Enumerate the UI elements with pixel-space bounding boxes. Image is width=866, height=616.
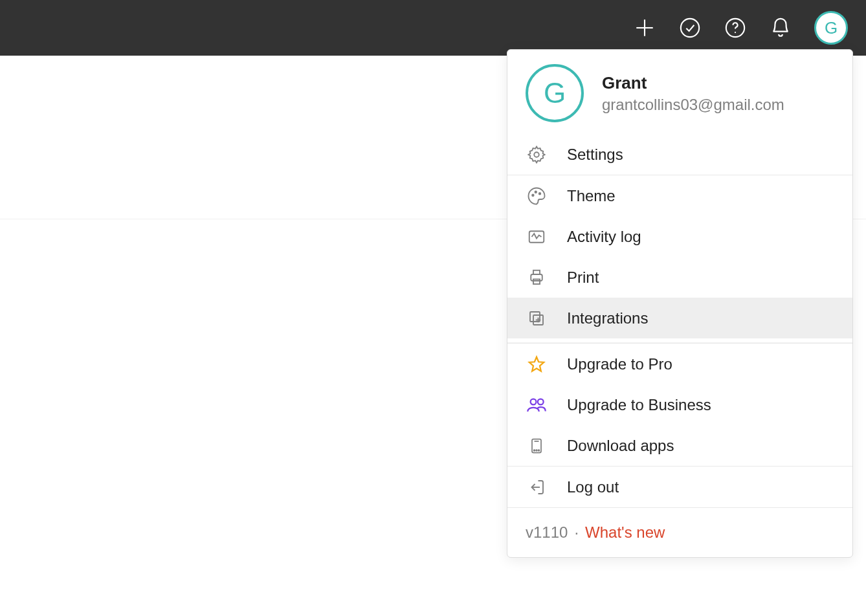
top-bar: G bbox=[0, 0, 866, 56]
menu-item-download-apps[interactable]: Download apps bbox=[507, 425, 852, 466]
user-email: grantcollins03@gmail.com bbox=[602, 96, 784, 114]
account-menu: G Grant grantcollins03@gmail.com Setting… bbox=[507, 49, 853, 558]
account-menu-header: G Grant grantcollins03@gmail.com bbox=[507, 50, 852, 134]
whats-new-link[interactable]: What's new bbox=[585, 523, 665, 542]
gear-icon bbox=[526, 144, 548, 166]
menu-item-theme[interactable]: Theme bbox=[507, 175, 852, 216]
svg-rect-12 bbox=[533, 279, 540, 284]
svg-point-7 bbox=[535, 191, 537, 193]
user-name: Grant bbox=[602, 73, 784, 93]
menu-item-upgrade-pro[interactable]: Upgrade to Pro bbox=[507, 344, 852, 384]
svg-point-5 bbox=[534, 152, 539, 157]
svg-point-19 bbox=[538, 399, 544, 404]
avatar-large-initial: G bbox=[544, 77, 566, 109]
menu-item-activity-log[interactable]: Activity log bbox=[507, 216, 852, 257]
svg-point-6 bbox=[532, 194, 534, 196]
menu-label: Download apps bbox=[567, 437, 674, 455]
menu-footer: v1110 · What's new bbox=[507, 508, 852, 557]
complete-button[interactable] bbox=[678, 16, 702, 39]
svg-rect-11 bbox=[533, 270, 540, 274]
star-icon bbox=[526, 353, 548, 375]
svg-point-8 bbox=[539, 193, 541, 195]
menu-item-logout[interactable]: Log out bbox=[507, 467, 852, 507]
menu-label: Log out bbox=[567, 478, 619, 496]
team-icon bbox=[526, 394, 548, 416]
menu-label: Theme bbox=[567, 187, 616, 205]
svg-point-2 bbox=[681, 19, 699, 37]
svg-point-22 bbox=[534, 450, 535, 451]
add-button[interactable] bbox=[633, 16, 656, 39]
activity-icon bbox=[526, 226, 548, 248]
svg-rect-10 bbox=[531, 274, 542, 281]
menu-label: Upgrade to Pro bbox=[567, 355, 672, 373]
menu-item-settings[interactable]: Settings bbox=[507, 134, 852, 175]
menu-label: Activity log bbox=[567, 228, 641, 246]
plus-icon bbox=[634, 17, 656, 39]
menu-item-upgrade-business[interactable]: Upgrade to Business bbox=[507, 384, 852, 425]
bell-icon bbox=[770, 17, 792, 39]
svg-point-18 bbox=[531, 399, 537, 404]
avatar-initial: G bbox=[825, 18, 838, 38]
separator: · bbox=[574, 523, 579, 542]
version-label: v1110 bbox=[526, 523, 568, 542]
menu-label: Upgrade to Business bbox=[567, 396, 711, 414]
avatar-button[interactable]: G bbox=[814, 11, 848, 45]
menu-item-print[interactable]: Print bbox=[507, 257, 852, 298]
menu-label: Integrations bbox=[567, 309, 648, 327]
svg-point-24 bbox=[538, 450, 540, 451]
print-icon bbox=[526, 267, 548, 289]
svg-rect-9 bbox=[529, 231, 544, 243]
menu-label: Print bbox=[567, 269, 599, 287]
device-icon bbox=[526, 435, 548, 457]
content-area: G Grant grantcollins03@gmail.com Setting… bbox=[0, 56, 866, 616]
help-icon bbox=[724, 17, 746, 39]
menu-item-integrations[interactable]: Integrations bbox=[507, 298, 852, 338]
avatar-large: G bbox=[526, 64, 584, 122]
svg-point-23 bbox=[536, 450, 537, 451]
svg-marker-17 bbox=[529, 357, 544, 371]
help-button[interactable] bbox=[724, 16, 747, 39]
palette-icon bbox=[526, 185, 548, 207]
user-info: Grant grantcollins03@gmail.com bbox=[602, 73, 784, 114]
menu-label: Settings bbox=[567, 146, 623, 164]
notifications-button[interactable] bbox=[769, 16, 792, 39]
integrations-icon bbox=[526, 307, 548, 329]
check-circle-icon bbox=[679, 17, 701, 39]
svg-point-4 bbox=[735, 32, 736, 33]
logout-icon bbox=[526, 476, 548, 498]
